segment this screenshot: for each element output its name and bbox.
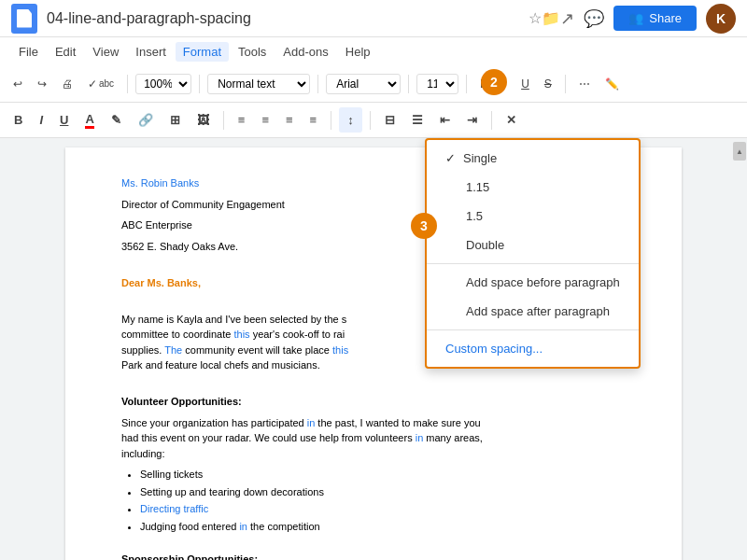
separator2 (199, 75, 200, 93)
custom-spacing[interactable]: Custom spacing... (427, 334, 639, 363)
menu-edit[interactable]: Edit (48, 42, 83, 62)
toolbar1: ↩ ↪ 🖨 ✓abc 100% Normal text Arial 11 B 2… (0, 65, 747, 103)
font-color-a: A (85, 112, 93, 129)
tb2-sep2 (331, 111, 331, 130)
bullet-list: Selling tickets Setting up and tearing d… (140, 467, 626, 534)
separator4 (408, 75, 409, 93)
strikethrough-button[interactable]: S (539, 74, 557, 94)
dropdown-sep1 (427, 263, 639, 264)
spacing-15-label: 1.5 (466, 209, 483, 223)
add-space-before[interactable]: Add space before paragraph (427, 268, 639, 297)
align-right-button[interactable]: ≡ (279, 109, 300, 131)
menu-help[interactable]: Help (338, 42, 378, 62)
redo-button[interactable]: ↪ (32, 74, 52, 94)
doc-icon (11, 4, 37, 34)
zoom-select[interactable]: 100% (135, 74, 191, 94)
bold-button[interactable]: B (7, 109, 29, 131)
left-panel (0, 138, 15, 560)
scroll-arrow-up[interactable]: ▲ (733, 142, 746, 161)
add-space-after-label: Add space after paragraph (466, 304, 610, 318)
tb2-sep4 (491, 111, 492, 130)
menu-format[interactable]: Format (176, 42, 229, 62)
font-color-button[interactable]: A (78, 108, 100, 133)
avatar[interactable]: K (706, 4, 736, 34)
volunteer-header: Volunteer Opportunities: (121, 394, 626, 410)
right-scroll: ▲ (732, 138, 747, 560)
font-select[interactable]: Arial (326, 74, 401, 94)
spacing-single[interactable]: Single (427, 144, 639, 173)
align-left-button[interactable]: ≡ (232, 109, 252, 131)
font-size-select[interactable]: 11 (416, 74, 458, 94)
align-center-button[interactable]: ≡ (255, 109, 275, 131)
spacing-dropdown: Single 1.15 1.5 Double Add space before … (425, 138, 641, 369)
italic-button[interactable]: I (33, 109, 49, 131)
sponsor-header: Sponsorship Opportunities: (121, 552, 626, 561)
menu-file[interactable]: File (11, 42, 46, 62)
bullet-list-button[interactable]: ☰ (405, 109, 430, 131)
doc-title: 04-line-and-paragraph-spacing (47, 10, 529, 27)
star-icon[interactable]: ☆ (529, 9, 542, 27)
spacing-115-label: 1.15 (466, 180, 489, 194)
volunteer-body: Since your organization has participated… (121, 415, 626, 462)
spacing-double-label: Double (466, 238, 504, 252)
step-badge-3: 3 (411, 213, 437, 239)
line-spacing-icon: ↕ (347, 113, 354, 127)
numbered-list-button[interactable]: ⊟ (378, 109, 402, 131)
toolbar2: B I U A ✎ 🔗 ⊞ 🖼 ≡ ≡ ≡ ≡ ↕ ⊟ ☰ ⇤ ⇥ ✕ (0, 103, 747, 138)
toolbar2-wrapper: B I U A ✎ 🔗 ⊞ 🖼 ≡ ≡ ≡ ≡ ↕ ⊟ ☰ ⇤ ⇥ ✕ Sing… (0, 103, 747, 138)
line-spacing-button[interactable]: ↕ (339, 107, 362, 133)
menu-view[interactable]: View (85, 42, 126, 62)
single-label: Single (463, 151, 497, 165)
title-bar: 04-line-and-paragraph-spacing ☆ 📁 ↗ 💬 👥 … (0, 0, 747, 37)
pencil-button[interactable]: ✏️ (599, 74, 625, 94)
image-button[interactable]: 🖼 (190, 109, 216, 131)
share-button[interactable]: 👥 Share (613, 6, 697, 31)
separator1 (127, 75, 128, 93)
indent-dec-button[interactable]: ⇤ (433, 109, 457, 131)
menu-insert[interactable]: Insert (128, 42, 174, 62)
spacing-115[interactable]: 1.15 (427, 173, 639, 202)
separator6 (565, 75, 566, 93)
highlight-button[interactable]: ✎ (105, 109, 128, 131)
undo-button[interactable]: ↩ (7, 74, 28, 94)
bullet-4: Judging food entered in the competition (140, 519, 626, 535)
custom-spacing-label: Custom spacing... (445, 342, 543, 356)
comment-icon[interactable]: 💬 (584, 8, 604, 29)
menu-bar: File Edit View Insert Format Tools Add-o… (0, 37, 747, 65)
title-icons: ↗ 💬 👥 Share K (560, 4, 736, 34)
add-space-after[interactable]: Add space after paragraph (427, 297, 639, 326)
justify-button[interactable]: ≡ (303, 109, 324, 131)
indent-inc-button[interactable]: ⇥ (460, 109, 484, 131)
folder-icon[interactable]: 📁 (542, 9, 560, 27)
add-comment-button[interactable]: ⊞ (163, 109, 187, 131)
dropdown-sep2 (427, 329, 639, 330)
bullet-1: Selling tickets (140, 467, 626, 483)
step-badge-2: 2 (481, 69, 507, 95)
bullet-2: Setting up and tearing down decorations (140, 484, 626, 500)
tb2-sep3 (370, 111, 371, 130)
bullet-3: Directing traffic (140, 501, 626, 517)
spellcheck-button[interactable]: ✓abc (82, 74, 120, 94)
spacing-double[interactable]: Double (427, 231, 639, 259)
separator3 (317, 75, 318, 93)
menu-tools[interactable]: Tools (231, 42, 274, 62)
more-options-button[interactable]: ⋯ (573, 74, 596, 94)
add-space-before-label: Add space before paragraph (466, 275, 620, 289)
clear-format-button[interactable]: ✕ (500, 109, 523, 131)
badge2-container: B 2 (474, 74, 494, 94)
separator5 (466, 75, 467, 93)
underline-toolbar1-button[interactable]: U (515, 74, 535, 94)
tb2-sep1 (223, 111, 224, 130)
menu-addons[interactable]: Add-ons (275, 42, 335, 62)
print-button[interactable]: 🖨 (56, 74, 78, 94)
trending-icon[interactable]: ↗ (560, 8, 574, 29)
paragraph-style-select[interactable]: Normal text (207, 74, 310, 94)
link-button[interactable]: 🔗 (132, 109, 160, 131)
share-label: Share (649, 11, 682, 25)
share-icon: 👥 (628, 11, 643, 25)
spacing-15[interactable]: 1.5 (427, 202, 639, 231)
underline-button[interactable]: U (53, 109, 75, 131)
